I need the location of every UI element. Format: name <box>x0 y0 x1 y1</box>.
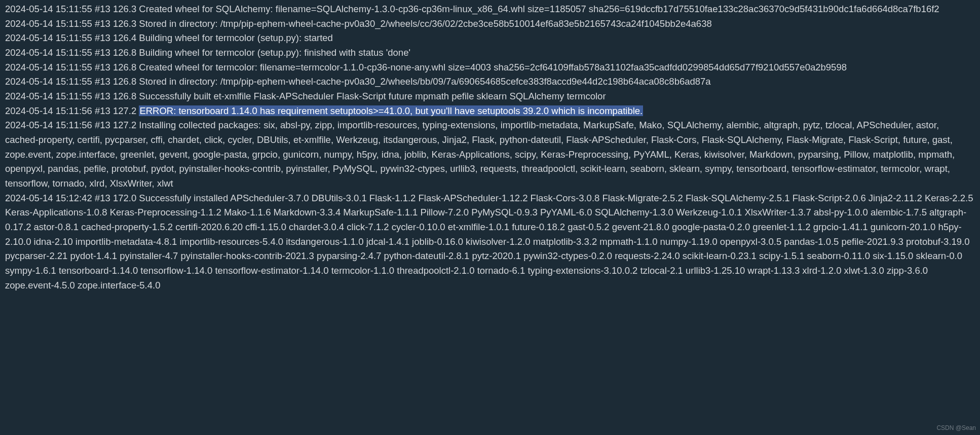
log-line: 2024-05-14 15:11:56 #13 127.2 Installing… <box>5 118 975 191</box>
log-line: 2024-05-14 15:11:55 #13 126.4 Building w… <box>5 31 975 46</box>
log-line: 2024-05-14 15:12:42 #13 172.0 Successful… <box>5 191 975 293</box>
log-line: 2024-05-14 15:11:55 #13 126.8 Created wh… <box>5 60 975 75</box>
log-line: 2024-05-14 15:11:55 #13 126.8 Stored in … <box>5 75 975 89</box>
log-line: 2024-05-14 15:11:55 #13 126.8 Successful… <box>5 89 975 104</box>
log-line: 2024-05-14 15:11:55 #13 126.3 Created wh… <box>5 2 975 17</box>
log-line: 2024-05-14 15:11:56 #13 127.2 ERROR: ten… <box>5 104 975 119</box>
log-line: 2024-05-14 15:11:55 #13 126.8 Building w… <box>5 46 975 60</box>
log-output[interactable]: 2024-05-14 15:11:55 #13 126.3 Created wh… <box>5 2 975 293</box>
log-line: 2024-05-14 15:11:55 #13 126.3 Stored in … <box>5 17 975 31</box>
log-error-highlight: ERROR: tensorboard 1.14.0 has requiremen… <box>139 105 643 116</box>
log-prefix: 2024-05-14 15:11:56 #13 127.2 <box>5 105 139 116</box>
